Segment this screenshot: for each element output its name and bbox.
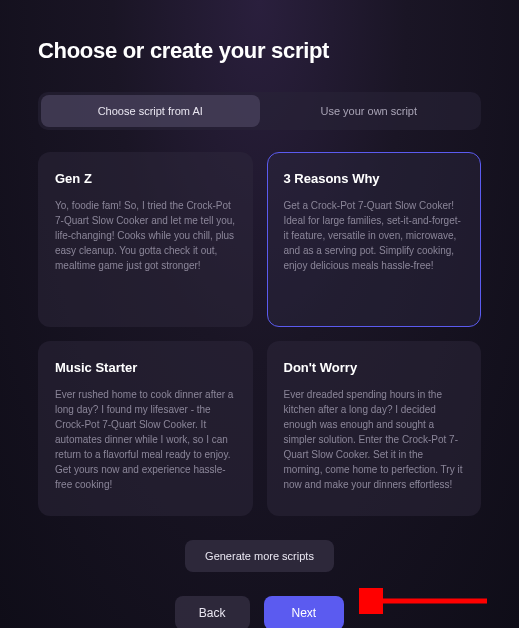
back-button[interactable]: Back bbox=[175, 596, 250, 628]
script-card-music-starter[interactable]: Music Starter Ever rushed home to cook d… bbox=[38, 341, 253, 516]
script-card-body: Yo, foodie fam! So, I tried the Crock-Po… bbox=[55, 198, 236, 273]
script-card-body: Ever dreaded spending hours in the kitch… bbox=[284, 387, 465, 492]
next-button[interactable]: Next bbox=[264, 596, 345, 628]
tab-use-own[interactable]: Use your own script bbox=[260, 95, 479, 127]
script-card-dont-worry[interactable]: Don't Worry Ever dreaded spending hours … bbox=[267, 341, 482, 516]
script-card-title: Music Starter bbox=[55, 360, 236, 375]
script-source-tabs: Choose script from AI Use your own scrip… bbox=[38, 92, 481, 130]
script-card-gen-z[interactable]: Gen Z Yo, foodie fam! So, I tried the Cr… bbox=[38, 152, 253, 327]
script-card-title: 3 Reasons Why bbox=[284, 171, 465, 186]
script-card-body: Get a Crock-Pot 7-Quart Slow Cooker! Ide… bbox=[284, 198, 465, 273]
script-card-body: Ever rushed home to cook dinner after a … bbox=[55, 387, 236, 492]
script-card-3-reasons[interactable]: 3 Reasons Why Get a Crock-Pot 7-Quart Sl… bbox=[267, 152, 482, 327]
generate-row: Generate more scripts bbox=[38, 540, 481, 572]
nav-row: Back Next bbox=[38, 596, 481, 628]
script-card-title: Don't Worry bbox=[284, 360, 465, 375]
tab-choose-ai[interactable]: Choose script from AI bbox=[41, 95, 260, 127]
script-cards-grid: Gen Z Yo, foodie fam! So, I tried the Cr… bbox=[38, 152, 481, 516]
generate-more-button[interactable]: Generate more scripts bbox=[185, 540, 334, 572]
page-title: Choose or create your script bbox=[38, 38, 481, 64]
script-card-title: Gen Z bbox=[55, 171, 236, 186]
